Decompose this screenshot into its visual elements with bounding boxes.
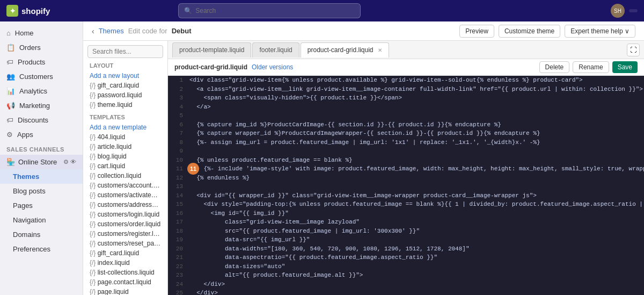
editor-area: ‹ Themes Edit code for Debut Preview Cus…: [83, 21, 644, 295]
line-content[interactable]: data-widths="[180, 360, 540, 720, 900, 1…: [187, 244, 644, 254]
code-line: 21 data-aspectratio="{{ product.featured…: [168, 253, 644, 262]
file-item[interactable]: {/} password.liquid: [87, 90, 163, 100]
file-item[interactable]: {/} index.liquid: [87, 258, 163, 268]
line-content[interactable]: alt="{{ product.featured_image.alt }}">: [187, 271, 644, 280]
online-store-settings-icon[interactable]: ⚙: [63, 159, 69, 166]
file-item[interactable]: {/} customers/register.liquid: [87, 229, 163, 239]
code-area[interactable]: 1<div class="grid-view-item{% unless pro…: [168, 76, 644, 295]
line-number: 22: [168, 262, 187, 271]
sidebar-item-customers[interactable]: 👥 Customers: [0, 69, 83, 84]
line-content[interactable]: data-sizes="auto": [187, 262, 644, 271]
file-item[interactable]: {/} list-collections.liquid: [87, 268, 163, 277]
file-item[interactable]: {/} page.liquid: [87, 287, 163, 295]
online-store-expand-icon[interactable]: 👁: [70, 159, 76, 166]
line-content[interactable]: [187, 147, 644, 156]
sidebar-item-themes[interactable]: Themes: [0, 169, 83, 184]
file-item[interactable]: {/} article.liquid: [87, 142, 163, 152]
line-content[interactable]: <span class="visually-hidden">{{ product…: [187, 93, 644, 103]
sidebar-item-products[interactable]: 🏷 Products: [0, 55, 83, 69]
file-item[interactable]: {/} collection.liquid: [87, 171, 163, 181]
sidebar-item-preferences[interactable]: Preferences: [0, 242, 83, 256]
code-line: 4 </a>: [168, 103, 644, 112]
three-panel: Layout Add a new layout {/} gift_card.li…: [83, 41, 644, 295]
sidebar-item-label: Discounts: [18, 116, 48, 124]
file-item[interactable]: {/} customers/order.liquid: [87, 219, 163, 229]
file-item[interactable]: {/} blog.liquid: [87, 152, 163, 161]
sidebar-item-domains[interactable]: Domains: [0, 227, 83, 242]
line-content[interactable]: </a>: [187, 103, 644, 112]
sidebar-item-label: Orders: [19, 44, 41, 52]
main-layout: ⌂ Home 📋 Orders 🏷 Products 👥 Customers 📊…: [0, 21, 644, 295]
line-content[interactable]: [187, 111, 644, 120]
sidebar-item-analytics[interactable]: 📊 Analytics: [0, 84, 83, 98]
add-new-template-link[interactable]: Add a new template: [87, 123, 163, 132]
breadcrumb-themes-link[interactable]: Themes: [99, 27, 124, 35]
tab-product-card-grid[interactable]: product-card-grid.liquid ✕: [301, 42, 389, 57]
sidebar-item-navigation[interactable]: Navigation: [0, 213, 83, 227]
line-content[interactable]: </div>: [187, 280, 644, 289]
sidebar-item-label: Domains: [13, 231, 40, 239]
line-content[interactable]: {% capture wrapper_id %}ProductCardImage…: [187, 129, 644, 138]
file-item[interactable]: {/} gift_card.liquid: [87, 248, 163, 258]
search-input[interactable]: [195, 7, 355, 15]
line-content[interactable]: </div>: [187, 289, 644, 295]
tab-footer[interactable]: footer.liquid: [252, 42, 299, 57]
save-button[interactable]: Save: [612, 61, 638, 73]
back-arrow[interactable]: ‹: [92, 27, 94, 35]
sidebar-item-apps[interactable]: ⚙ Apps: [0, 127, 83, 142]
sidebar-item-marketing[interactable]: 📢 Marketing: [0, 98, 83, 113]
code-wrapper[interactable]: 1<div class="grid-view-item{% unless pro…: [168, 76, 644, 295]
line-content[interactable]: src="{{ product.featured_image | img_url…: [187, 227, 644, 236]
line-number: 23: [168, 271, 187, 280]
line-content[interactable]: data-src="{{ img_url }}": [187, 235, 644, 244]
line-content[interactable]: {%- assign img_url = product.featured_im…: [187, 138, 644, 147]
line-content[interactable]: {%- include 'image-style' with image: pr…: [187, 164, 644, 174]
sidebar-item-pages[interactable]: Pages: [0, 198, 83, 213]
line-content[interactable]: <img id="{{ img_id }}": [187, 209, 644, 218]
file-item[interactable]: {/} customers/login.liquid: [87, 210, 163, 219]
line-content[interactable]: {% endunless %}: [187, 174, 644, 183]
files-search-input[interactable]: [87, 45, 163, 58]
tab-product-template[interactable]: product-template.liquid: [172, 42, 251, 57]
search-bar[interactable]: 🔍: [178, 3, 361, 18]
tab-close-icon[interactable]: ✕: [378, 47, 382, 53]
sidebar-item-discounts[interactable]: 🏷 Discounts: [0, 113, 83, 127]
expand-button[interactable]: ⛶: [627, 44, 640, 56]
preview-button[interactable]: Preview: [459, 25, 494, 38]
avatar[interactable]: SH: [611, 4, 625, 18]
customize-theme-button[interactable]: Customize theme: [499, 25, 560, 38]
file-item[interactable]: {/} customers/account.liquid: [87, 181, 163, 190]
line-content[interactable]: <div class="grid-view-item{% unless prod…: [187, 76, 644, 85]
delete-button[interactable]: Delete: [539, 61, 570, 73]
file-item[interactable]: {/} cart.liquid: [87, 161, 163, 171]
file-item[interactable]: {/} 404.liquid: [87, 132, 163, 142]
code-line: 3 <span class="visually-hidden">{{ produ…: [168, 93, 644, 103]
line-number: 2: [168, 85, 187, 94]
file-item[interactable]: {/} gift_card.liquid: [87, 81, 163, 90]
file-item[interactable]: {/} theme.liquid: [87, 100, 163, 110]
sidebar-item-label: Products: [18, 58, 45, 66]
line-content[interactable]: data-aspectratio="{{ product.featured_im…: [187, 253, 644, 262]
line-content[interactable]: {% capture img_id %}ProductCardImage-{{ …: [187, 120, 644, 129]
sidebar-item-home[interactable]: ⌂ Home: [0, 26, 83, 40]
line-content[interactable]: <a class="grid-view-item__link grid-view…: [187, 85, 644, 94]
breadcrumb-separator: Edit code for: [128, 27, 167, 35]
sidebar-item-blog-posts[interactable]: Blog posts: [0, 184, 83, 198]
store-name[interactable]: [629, 9, 638, 12]
sidebar-item-online-store[interactable]: 🏪 Online Store ⚙ 👁: [0, 155, 83, 169]
rename-button[interactable]: Rename: [573, 61, 609, 73]
older-versions-link[interactable]: Older versions: [252, 63, 293, 71]
add-new-layout-link[interactable]: Add a new layout: [87, 71, 163, 81]
line-content[interactable]: [187, 182, 644, 191]
line-content[interactable]: <div style="padding-top:{% unless produc…: [187, 200, 644, 209]
line-content[interactable]: class="grid-view-item__image lazyload": [187, 218, 644, 227]
file-item[interactable]: {/} customers/reset_password.liq...: [87, 239, 163, 248]
tab-label: product-template.liquid: [179, 46, 244, 54]
file-item[interactable]: {/} customers/addresses.liquid: [87, 200, 163, 210]
line-content[interactable]: <div id="{{ wrapper_id }}" class="grid-v…: [187, 191, 644, 200]
file-item[interactable]: {/} customers/activate_account.li...: [87, 190, 163, 200]
file-item[interactable]: {/} page.contact.liquid: [87, 277, 163, 287]
expert-help-button[interactable]: Expert theme help ∨: [565, 25, 635, 38]
line-content[interactable]: {% unless product.featured_image == blan…: [187, 156, 644, 165]
sidebar-item-orders[interactable]: 📋 Orders: [0, 40, 83, 55]
